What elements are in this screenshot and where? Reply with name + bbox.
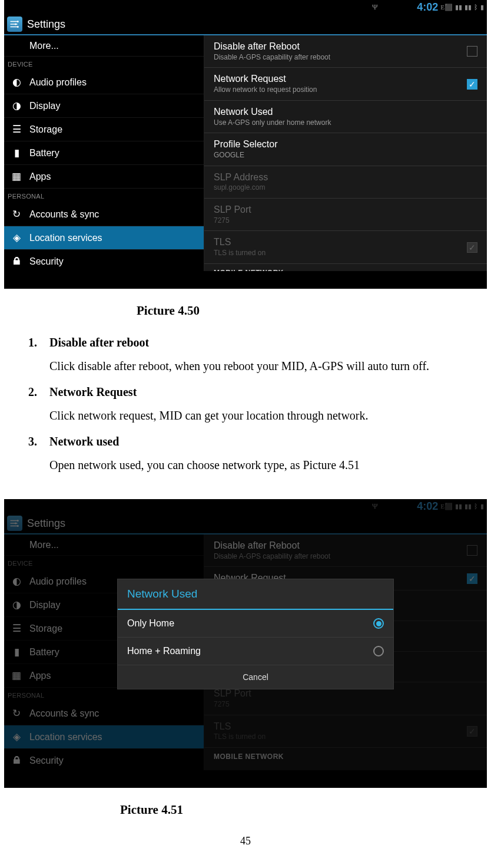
radio-unselected[interactable] (373, 646, 384, 656)
signal-bars-icon: ▮▮ (455, 4, 462, 11)
svg-rect-6 (11, 520, 18, 522)
window-title-bar: Settings (4, 513, 487, 534)
sidebar-item-accounts: ↻Accounts & sync (4, 702, 204, 725)
sidebar-item-security[interactable]: 🔒︎ Security (4, 250, 204, 273)
sidebar-item-label: Security (29, 256, 64, 267)
sidebar-header-personal: PERSONAL (4, 189, 204, 203)
dialog-option-only-home[interactable]: Only Home (118, 610, 393, 638)
battery-icon: ▮ (480, 4, 484, 11)
detail-title: SLP Address (214, 171, 477, 184)
sidebar-item-storage[interactable]: ☰ Storage (4, 118, 204, 141)
status-clock: 4:02 (417, 1, 438, 14)
sidebar-item-more[interactable]: More... (4, 35, 204, 57)
list-number: 3. (28, 435, 37, 448)
sync-icon: ↻ (10, 208, 23, 221)
checkbox-disabled (467, 242, 477, 253)
svg-rect-0 (11, 21, 18, 22)
nav-bar (4, 271, 487, 289)
radio-selected[interactable] (373, 618, 384, 629)
detail-title: Disable after Reboot (214, 41, 467, 53)
settings-icon (7, 516, 22, 531)
svg-rect-2 (11, 27, 18, 28)
signal-e-icon: E⬛ (440, 4, 453, 11)
detail-tls: TLS TLS is turned on (204, 715, 487, 748)
list-number: 2. (28, 385, 37, 399)
status-bar: Ψ 4:02 E⬛ ▮▮ ▮▮ ᛒ ▮ (4, 0, 487, 14)
storage-icon: ☰ (10, 622, 23, 635)
detail-sub: Allow network to request position (214, 85, 467, 95)
svg-point-5 (17, 26, 19, 28)
lock-icon: 🔒︎ (10, 754, 23, 767)
svg-rect-8 (11, 526, 18, 527)
sidebar-item-display[interactable]: ◑ Display (4, 94, 204, 118)
detail-sub: 7275 (214, 216, 477, 226)
sidebar-item-location: ◈Location services (4, 725, 204, 749)
screenshot-picture-4-50: Ψ 4:02 E⬛ ▮▮ ▮▮ ᛒ ▮ Settings More... DEV… (4, 0, 487, 289)
sidebar-item-apps[interactable]: ▦ Apps (4, 165, 204, 189)
apps-icon: ▦ (10, 669, 23, 682)
svg-point-10 (15, 523, 16, 524)
sidebar-item-audio[interactable]: ◐ Audio profiles (4, 71, 204, 94)
dialog-title: Network Used (118, 579, 393, 610)
sidebar-item-location[interactable]: ◈ Location services (4, 226, 204, 250)
list-body: Click disable after reboot, when you reb… (49, 359, 429, 372)
detail-section-header: MOBILE NETWORK (204, 264, 487, 271)
status-bar: Ψ 4:02 E⬛ ▮▮ ▮▮ ᛒ ▮ (4, 499, 487, 513)
svg-point-11 (17, 525, 19, 527)
signal-bars2-icon: ▮▮ (465, 503, 472, 510)
screenshot-picture-4-51: Ψ 4:02 E⬛ ▮▮ ▮▮ ᛒ ▮ Settings More... DEV… (4, 499, 487, 788)
detail-tls: TLS TLS is turned on (204, 231, 487, 263)
detail-sub: TLS is turned on (214, 249, 467, 258)
dialog-cancel-button[interactable]: Cancel (118, 665, 393, 689)
sidebar-item-security: 🔒︎Security (4, 749, 204, 773)
sidebar-item-battery[interactable]: ▮ Battery (4, 141, 204, 165)
lock-icon: 🔒︎ (10, 255, 23, 268)
detail-sub: supl.google.com (214, 183, 477, 193)
svg-point-3 (17, 21, 19, 22)
window-title: Settings (27, 517, 65, 530)
detail-sub: Disable A-GPS capability after reboot (214, 53, 467, 62)
status-clock: 4:02 (417, 500, 438, 513)
detail-slp-address: SLP Address supl.google.com (204, 166, 487, 199)
battery-sidebar-icon: ▮ (10, 147, 23, 160)
sidebar-item-label: Storage (29, 124, 62, 135)
psi-icon: Ψ (372, 2, 378, 12)
dialog-network-used: Network Used Only Home Home + Roaming Ca… (117, 579, 394, 689)
detail-profile-selector[interactable]: Profile Selector GOOGLE (204, 133, 487, 166)
sidebar-more-label: More... (29, 41, 59, 51)
settings-icon (7, 16, 22, 32)
detail-disable-reboot[interactable]: Disable after Reboot Disable A-GPS capab… (204, 35, 487, 68)
sidebar-item-label: Apps (29, 171, 51, 182)
dialog-option-home-roaming[interactable]: Home + Roaming (118, 638, 393, 665)
detail-title: Network Used (214, 106, 477, 118)
caption-picture-4-51: Picture 4.51 (0, 788, 491, 817)
battery-sidebar-icon: ▮ (10, 646, 23, 659)
svg-point-9 (17, 520, 19, 522)
sidebar-item-label: Location services (29, 233, 102, 243)
detail-sub: GOOGLE (214, 151, 477, 160)
battery-icon: ▮ (480, 503, 484, 510)
detail-network-request[interactable]: Network Request Allow network to request… (204, 68, 487, 100)
detail-network-used[interactable]: Network Used Use A-GPS only under home n… (204, 101, 487, 133)
signal-bars2-icon: ▮▮ (465, 4, 472, 11)
list-heading: Disable after reboot (49, 336, 473, 349)
list-body: Click network request, MID can get your … (49, 409, 369, 422)
checkbox-checked[interactable] (467, 79, 477, 90)
psi-icon: Ψ (372, 501, 378, 511)
display-icon: ◑ (10, 100, 23, 113)
checkbox-unchecked[interactable] (467, 46, 477, 57)
sidebar-header-personal: PERSONAL (4, 688, 204, 702)
sidebar-item-more: More... (4, 534, 204, 556)
detail-slp-port: SLP Port 7275 (204, 199, 487, 231)
dialog-option-label: Home + Roaming (127, 646, 201, 656)
sidebar-item-label: Display (29, 101, 60, 111)
checkbox-checked (467, 573, 477, 584)
detail-title: SLP Port (214, 204, 477, 216)
explain-item-1: 1. Disable after reboot Click disable af… (28, 336, 473, 375)
apps-icon: ▦ (10, 170, 23, 183)
list-heading: Network used (49, 435, 473, 448)
location-icon: ◈ (10, 232, 23, 245)
sidebar-header-device: DEVICE (4, 556, 204, 570)
bluetooth-icon: ᛒ (474, 503, 478, 510)
sidebar-item-accounts[interactable]: ↻ Accounts & sync (4, 203, 204, 226)
